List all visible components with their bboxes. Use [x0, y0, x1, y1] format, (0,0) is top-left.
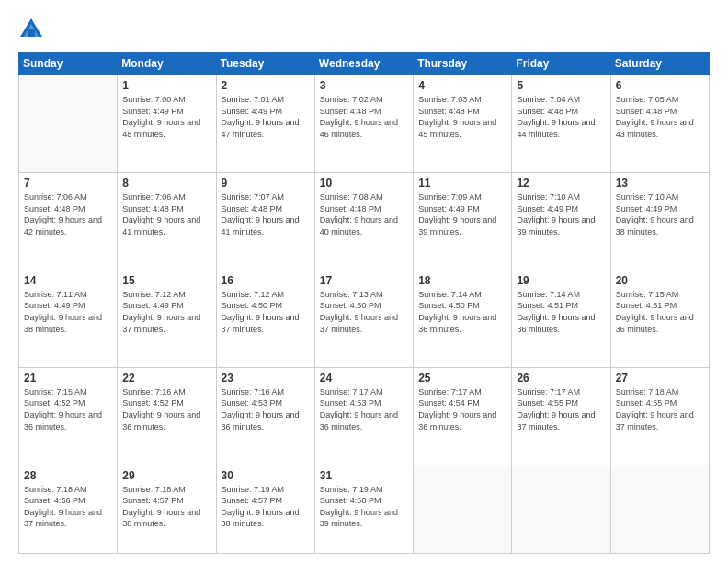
calendar-cell: 21Sunrise: 7:15 AMSunset: 4:52 PMDayligh…	[19, 367, 118, 465]
day-number: 29	[122, 469, 210, 482]
day-info: Sunrise: 7:17 AMSunset: 4:55 PMDaylight:…	[517, 386, 605, 432]
day-number: 15	[122, 274, 210, 287]
day-info: Sunrise: 7:10 AMSunset: 4:49 PMDaylight:…	[517, 191, 605, 237]
calendar-cell: 1Sunrise: 7:00 AMSunset: 4:49 PMDaylight…	[118, 75, 216, 173]
weekday-header-row: SundayMondayTuesdayWednesdayThursdayFrid…	[19, 52, 710, 75]
day-info: Sunrise: 7:18 AMSunset: 4:57 PMDaylight:…	[122, 484, 210, 530]
day-info: Sunrise: 7:14 AMSunset: 4:50 PMDaylight:…	[418, 289, 506, 335]
weekday-header-wednesday: Wednesday	[314, 52, 413, 75]
day-info: Sunrise: 7:05 AMSunset: 4:48 PMDaylight:…	[616, 94, 704, 140]
weekday-header-sunday: Sunday	[19, 52, 118, 75]
day-info: Sunrise: 7:15 AMSunset: 4:51 PMDaylight:…	[616, 289, 704, 335]
calendar-cell: 24Sunrise: 7:17 AMSunset: 4:53 PMDayligh…	[314, 367, 413, 465]
calendar-cell	[19, 75, 118, 173]
day-info: Sunrise: 7:16 AMSunset: 4:53 PMDaylight:…	[222, 386, 310, 432]
calendar-cell: 28Sunrise: 7:18 AMSunset: 4:56 PMDayligh…	[19, 465, 118, 553]
day-number: 11	[418, 177, 506, 190]
day-info: Sunrise: 7:02 AMSunset: 4:48 PMDaylight:…	[320, 94, 408, 140]
calendar-cell: 13Sunrise: 7:10 AMSunset: 4:49 PMDayligh…	[610, 172, 709, 270]
calendar-cell: 26Sunrise: 7:17 AMSunset: 4:55 PMDayligh…	[512, 367, 610, 465]
calendar-cell: 18Sunrise: 7:14 AMSunset: 4:50 PMDayligh…	[414, 270, 512, 367]
day-number: 9	[222, 177, 310, 190]
day-number: 31	[320, 469, 408, 482]
day-number: 22	[122, 372, 210, 385]
day-info: Sunrise: 7:18 AMSunset: 4:56 PMDaylight:…	[24, 484, 112, 530]
day-info: Sunrise: 7:01 AMSunset: 4:49 PMDaylight:…	[222, 94, 310, 140]
day-number: 23	[222, 372, 310, 385]
day-info: Sunrise: 7:03 AMSunset: 4:48 PMDaylight:…	[418, 94, 506, 140]
day-number: 5	[517, 79, 605, 92]
day-info: Sunrise: 7:13 AMSunset: 4:50 PMDaylight:…	[320, 289, 408, 335]
weekday-header-friday: Friday	[512, 52, 610, 75]
calendar-cell: 6Sunrise: 7:05 AMSunset: 4:48 PMDaylight…	[610, 75, 709, 173]
weekday-header-monday: Monday	[118, 52, 216, 75]
calendar-cell: 8Sunrise: 7:06 AMSunset: 4:48 PMDaylight…	[118, 172, 216, 270]
week-row-1: 1Sunrise: 7:00 AMSunset: 4:49 PMDaylight…	[19, 75, 710, 173]
week-row-4: 21Sunrise: 7:15 AMSunset: 4:52 PMDayligh…	[19, 367, 710, 465]
day-info: Sunrise: 7:12 AMSunset: 4:49 PMDaylight:…	[122, 289, 210, 335]
day-number: 28	[24, 469, 112, 482]
calendar-cell: 2Sunrise: 7:01 AMSunset: 4:49 PMDaylight…	[216, 75, 314, 173]
logo	[18, 17, 46, 42]
day-info: Sunrise: 7:06 AMSunset: 4:48 PMDaylight:…	[122, 191, 210, 237]
page: SundayMondayTuesdayWednesdayThursdayFrid…	[0, 0, 728, 563]
day-info: Sunrise: 7:17 AMSunset: 4:53 PMDaylight:…	[320, 386, 408, 432]
weekday-header-tuesday: Tuesday	[216, 52, 314, 75]
day-info: Sunrise: 7:11 AMSunset: 4:49 PMDaylight:…	[24, 289, 112, 335]
calendar-cell: 5Sunrise: 7:04 AMSunset: 4:48 PMDaylight…	[512, 75, 610, 173]
day-info: Sunrise: 7:17 AMSunset: 4:54 PMDaylight:…	[418, 386, 506, 432]
day-info: Sunrise: 7:18 AMSunset: 4:55 PMDaylight:…	[616, 386, 704, 432]
calendar-cell: 31Sunrise: 7:19 AMSunset: 4:58 PMDayligh…	[314, 465, 413, 553]
day-number: 19	[517, 274, 605, 287]
day-info: Sunrise: 7:14 AMSunset: 4:51 PMDaylight:…	[517, 289, 605, 335]
weekday-header-thursday: Thursday	[414, 52, 512, 75]
day-info: Sunrise: 7:15 AMSunset: 4:52 PMDaylight:…	[24, 386, 112, 432]
calendar-cell: 16Sunrise: 7:12 AMSunset: 4:50 PMDayligh…	[216, 270, 314, 367]
day-number: 14	[24, 274, 112, 287]
weekday-header-saturday: Saturday	[610, 52, 709, 75]
day-number: 25	[418, 372, 506, 385]
day-info: Sunrise: 7:19 AMSunset: 4:58 PMDaylight:…	[320, 484, 408, 530]
calendar-cell: 22Sunrise: 7:16 AMSunset: 4:52 PMDayligh…	[118, 367, 216, 465]
day-info: Sunrise: 7:19 AMSunset: 4:57 PMDaylight:…	[222, 484, 310, 530]
calendar-cell: 7Sunrise: 7:06 AMSunset: 4:48 PMDaylight…	[19, 172, 118, 270]
day-info: Sunrise: 7:12 AMSunset: 4:50 PMDaylight:…	[222, 289, 310, 335]
day-info: Sunrise: 7:10 AMSunset: 4:49 PMDaylight:…	[616, 191, 704, 237]
day-number: 27	[616, 372, 704, 385]
day-number: 4	[418, 79, 506, 92]
svg-rect-2	[28, 29, 35, 37]
day-info: Sunrise: 7:09 AMSunset: 4:49 PMDaylight:…	[418, 191, 506, 237]
day-info: Sunrise: 7:08 AMSunset: 4:48 PMDaylight:…	[320, 191, 408, 237]
calendar-cell: 30Sunrise: 7:19 AMSunset: 4:57 PMDayligh…	[216, 465, 314, 553]
day-number: 21	[24, 372, 112, 385]
calendar-cell: 25Sunrise: 7:17 AMSunset: 4:54 PMDayligh…	[414, 367, 512, 465]
calendar-cell: 14Sunrise: 7:11 AMSunset: 4:49 PMDayligh…	[19, 270, 118, 367]
logo-icon	[18, 17, 44, 42]
day-number: 18	[418, 274, 506, 287]
day-info: Sunrise: 7:16 AMSunset: 4:52 PMDaylight:…	[122, 386, 210, 432]
week-row-2: 7Sunrise: 7:06 AMSunset: 4:48 PMDaylight…	[19, 172, 710, 270]
week-row-3: 14Sunrise: 7:11 AMSunset: 4:49 PMDayligh…	[19, 270, 710, 367]
calendar-cell: 15Sunrise: 7:12 AMSunset: 4:49 PMDayligh…	[118, 270, 216, 367]
calendar-cell: 23Sunrise: 7:16 AMSunset: 4:53 PMDayligh…	[216, 367, 314, 465]
day-info: Sunrise: 7:06 AMSunset: 4:48 PMDaylight:…	[24, 191, 112, 237]
day-number: 2	[222, 79, 310, 92]
calendar-table: SundayMondayTuesdayWednesdayThursdayFrid…	[18, 52, 710, 554]
calendar-cell	[610, 465, 709, 553]
day-info: Sunrise: 7:07 AMSunset: 4:48 PMDaylight:…	[222, 191, 310, 237]
day-number: 30	[222, 469, 310, 482]
calendar-cell: 9Sunrise: 7:07 AMSunset: 4:48 PMDaylight…	[216, 172, 314, 270]
calendar-cell: 12Sunrise: 7:10 AMSunset: 4:49 PMDayligh…	[512, 172, 610, 270]
calendar-cell: 27Sunrise: 7:18 AMSunset: 4:55 PMDayligh…	[610, 367, 709, 465]
header	[18, 17, 710, 42]
day-number: 6	[616, 79, 704, 92]
day-number: 3	[320, 79, 408, 92]
calendar-cell: 10Sunrise: 7:08 AMSunset: 4:48 PMDayligh…	[314, 172, 413, 270]
calendar-cell	[414, 465, 512, 553]
day-number: 7	[24, 177, 112, 190]
day-number: 10	[320, 177, 408, 190]
day-info: Sunrise: 7:04 AMSunset: 4:48 PMDaylight:…	[517, 94, 605, 140]
day-number: 17	[320, 274, 408, 287]
day-number: 20	[616, 274, 704, 287]
calendar-cell: 17Sunrise: 7:13 AMSunset: 4:50 PMDayligh…	[314, 270, 413, 367]
